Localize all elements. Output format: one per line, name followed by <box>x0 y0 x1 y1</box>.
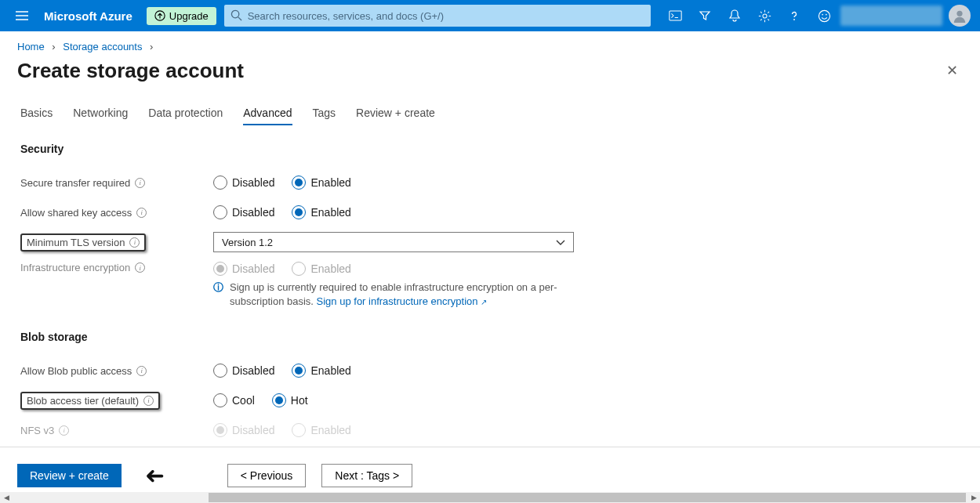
breadcrumb-sep: › <box>150 41 153 52</box>
radio-label: Disabled <box>232 176 274 189</box>
radio-infra-disabled: Disabled <box>213 262 274 276</box>
upgrade-icon <box>154 10 165 21</box>
hamburger-menu-icon[interactable] <box>6 11 38 20</box>
row-blob-public: Allow Blob public access i Disabled Enab… <box>20 356 960 385</box>
row-blob-tier: Blob access tier (default) i Cool Hot <box>20 385 960 415</box>
infra-encryption-hint: ⓘ Sign up is currently required to enabl… <box>213 280 605 309</box>
svg-point-4 <box>793 19 795 20</box>
content-scroll[interactable]: Basics Networking Data protection Advanc… <box>0 102 980 447</box>
radio-tier-cool[interactable]: Cool <box>213 393 255 407</box>
tab-networking[interactable]: Networking <box>73 102 128 125</box>
radio-label: Cool <box>232 394 255 407</box>
previous-button[interactable]: < Previous <box>227 464 307 487</box>
svg-point-3 <box>762 13 766 17</box>
title-bar: Create storage account ✕ <box>0 57 980 95</box>
info-icon[interactable]: i <box>136 208 147 218</box>
info-icon[interactable]: i <box>129 237 140 248</box>
info-icon[interactable]: i <box>143 396 154 406</box>
settings-gear-icon[interactable] <box>751 0 778 31</box>
radio-label: Enabled <box>310 364 350 377</box>
label-secure-transfer: Secure transfer required i <box>20 177 213 189</box>
radio-label: Disabled <box>232 364 274 377</box>
top-icon-group <box>662 0 837 31</box>
radio-infra-enabled: Enabled <box>292 262 350 276</box>
search-input[interactable] <box>224 5 651 27</box>
breadcrumb-storage-accounts[interactable]: Storage accounts <box>63 41 142 52</box>
section-heading-blob: Blob storage <box>20 331 960 343</box>
radio-blob-public-enabled[interactable]: Enabled <box>292 364 350 378</box>
scroll-right-icon[interactable]: ▶ <box>967 494 980 501</box>
horizontal-scrollbar[interactable]: ◀ ▶ <box>0 492 980 503</box>
row-shared-key: Allow shared key access i Disabled Enabl… <box>20 197 960 227</box>
svg-point-1 <box>231 10 238 17</box>
radio-label: Enabled <box>310 176 350 189</box>
radio-nfs-disabled: Disabled <box>213 423 274 437</box>
label-infra-encryption: Infrastructure encryption i <box>20 262 213 273</box>
label-text: Blob access tier (default) <box>27 395 139 407</box>
radio-nfs-enabled: Enabled <box>292 423 350 437</box>
hint-link-signup[interactable]: Sign up for infrastructure encryption ↗ <box>317 295 488 307</box>
close-icon[interactable]: ✕ <box>942 57 963 84</box>
annotation-arrow-icon: ➜ <box>145 461 165 489</box>
label-nfs: NFS v3 i <box>20 425 213 436</box>
feedback-smiley-icon[interactable] <box>811 0 837 31</box>
tab-basics[interactable]: Basics <box>20 102 53 125</box>
breadcrumb-home[interactable]: Home <box>17 41 45 52</box>
radio-tier-hot[interactable]: Hot <box>272 393 308 407</box>
scroll-thumb[interactable] <box>209 493 966 502</box>
avatar[interactable] <box>949 5 971 27</box>
info-icon[interactable]: i <box>135 178 145 188</box>
tab-advanced[interactable]: Advanced <box>243 102 292 125</box>
chevron-down-icon <box>556 237 565 248</box>
label-blob-tier-highlighted: Blob access tier (default) i <box>20 392 160 410</box>
info-icon[interactable]: i <box>59 425 69 436</box>
radio-shared-key-enabled[interactable]: Enabled <box>292 205 350 219</box>
radio-shared-key-disabled[interactable]: Disabled <box>213 205 274 219</box>
svg-point-6 <box>822 13 823 15</box>
next-button[interactable]: Next : Tags > <box>321 464 412 487</box>
tab-data-protection[interactable]: Data protection <box>148 102 223 125</box>
external-link-icon: ↗ <box>481 298 487 306</box>
row-infra-encryption: Infrastructure encryption i Disabled Ena… <box>20 262 960 309</box>
account-email-mask <box>840 5 942 26</box>
upgrade-label: Upgrade <box>169 10 209 22</box>
info-icon[interactable]: i <box>136 366 147 376</box>
breadcrumb: Home › Storage accounts › <box>0 31 980 57</box>
tab-review-create[interactable]: Review + create <box>356 102 435 125</box>
info-icon[interactable]: i <box>135 262 145 273</box>
review-create-button[interactable]: Review + create <box>17 464 122 487</box>
radio-secure-transfer-enabled[interactable]: Enabled <box>292 176 350 190</box>
radio-label: Enabled <box>310 424 350 436</box>
svg-rect-2 <box>669 11 681 20</box>
directory-filter-icon[interactable] <box>691 0 718 31</box>
svg-point-5 <box>818 10 829 21</box>
account-area[interactable] <box>840 5 974 27</box>
radio-label: Enabled <box>310 206 350 219</box>
search-icon <box>230 9 242 24</box>
notifications-bell-icon[interactable] <box>721 0 748 31</box>
label-text: Minimum TLS version <box>27 237 125 248</box>
label-text: NFS v3 <box>20 425 54 436</box>
wizard-footer: Review + create ➜ < Previous Next : Tags… <box>0 447 980 492</box>
brand-label: Microsoft Azure <box>44 9 132 23</box>
scroll-track[interactable] <box>13 492 967 503</box>
help-icon[interactable] <box>781 0 808 31</box>
breadcrumb-sep: › <box>52 41 55 52</box>
label-text: Infrastructure encryption <box>20 262 130 273</box>
row-nfs: NFS v3 i Disabled Enabled <box>20 415 960 445</box>
radio-secure-transfer-disabled[interactable]: Disabled <box>213 176 274 190</box>
label-shared-key: Allow shared key access i <box>20 207 213 219</box>
svg-point-8 <box>956 11 962 16</box>
tab-tags[interactable]: Tags <box>313 102 336 125</box>
label-text: Allow shared key access <box>20 207 132 219</box>
radio-label: Hot <box>291 394 308 407</box>
cloud-shell-icon[interactable] <box>662 0 688 31</box>
page-title: Create storage account <box>17 59 244 83</box>
upgrade-button[interactable]: Upgrade <box>147 7 216 25</box>
radio-blob-public-disabled[interactable]: Disabled <box>213 364 274 378</box>
scroll-left-icon[interactable]: ◀ <box>0 494 13 501</box>
link-text: Sign up for infrastructure encryption <box>317 295 478 307</box>
select-min-tls[interactable]: Version 1.2 <box>213 232 574 252</box>
section-heading-security: Security <box>20 143 960 155</box>
select-value: Version 1.2 <box>222 237 273 248</box>
